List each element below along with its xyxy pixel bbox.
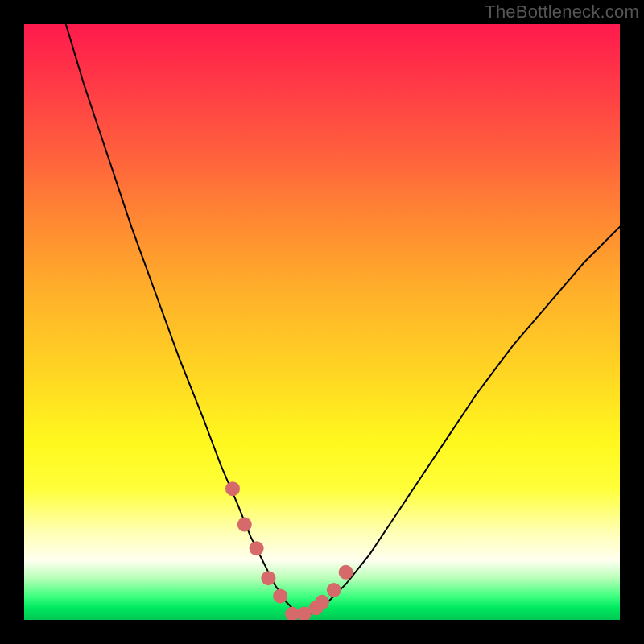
highlight-dot (250, 541, 264, 555)
plot-area (24, 24, 620, 620)
bottleneck-curve-path (66, 24, 620, 614)
chart-frame: TheBottleneck.com (0, 0, 644, 644)
highlight-dot (237, 518, 252, 532)
highlight-dot (225, 481, 240, 496)
highlight-dot (261, 571, 275, 585)
highlight-dot (327, 583, 341, 597)
watermark-text: TheBottleneck.com (485, 2, 639, 23)
highlight-dot (273, 588, 287, 603)
highlight-dots (225, 481, 353, 620)
curve-overlay (24, 24, 620, 620)
highlight-dot (339, 565, 353, 580)
highlight-dot (315, 595, 329, 609)
